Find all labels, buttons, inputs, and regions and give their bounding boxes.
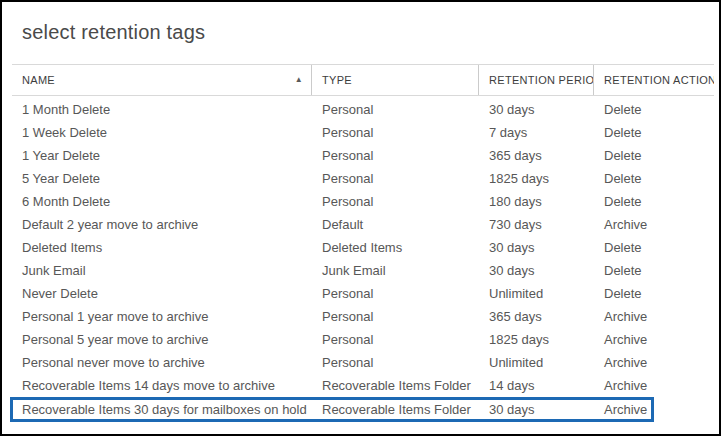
cell-type: Deleted Items [312, 240, 479, 255]
cell-retention-period: 1825 days [479, 332, 594, 347]
cell-name: Recoverable Items 30 days for mailboxes … [13, 402, 313, 417]
table-row[interactable]: 1 Week Delete Personal 7 days Delete [12, 121, 714, 144]
cell-retention-period: 30 days [479, 240, 594, 255]
cell-retention-action: Delete [594, 286, 714, 301]
table-row[interactable]: Deleted Items Deleted Items 30 days Dele… [12, 236, 714, 259]
table-row[interactable]: Never Delete Personal Unlimited Delete [12, 282, 714, 305]
cell-retention-action: Archive [594, 332, 714, 347]
cell-retention-action: Delete [594, 194, 714, 209]
cell-type: Junk Email [312, 263, 479, 278]
cell-type: Personal [312, 332, 479, 347]
cell-name: Personal 5 year move to archive [12, 332, 312, 347]
column-header-retention-action-label: RETENTION ACTION [604, 74, 714, 86]
cell-retention-period: 30 days [479, 263, 594, 278]
column-header-retention-period-label: RETENTION PERIOD [489, 74, 594, 86]
cell-retention-period: 1825 days [479, 171, 594, 186]
cell-type: Personal [312, 355, 479, 370]
table-row[interactable]: 1 Year Delete Personal 365 days Delete [12, 144, 714, 167]
cell-retention-action: Archive [594, 378, 714, 393]
cell-retention-action: Archive [594, 355, 714, 370]
cell-retention-action: Delete [594, 148, 714, 163]
cell-retention-action: Archive [594, 309, 714, 324]
cell-name: Deleted Items [12, 240, 312, 255]
table-header: NAME ▲ TYPE RETENTION PERIOD RETENTION A… [12, 64, 714, 96]
table-row[interactable]: Personal 1 year move to archive Personal… [12, 305, 714, 328]
table-row[interactable]: Recoverable Items 14 days move to archiv… [12, 374, 714, 397]
table-body: 1 Month Delete Personal 30 days Delete 1… [12, 96, 714, 422]
cell-retention-action: Delete [594, 102, 714, 117]
column-header-type[interactable]: TYPE [312, 65, 479, 95]
cell-retention-period: 730 days [479, 217, 594, 232]
cell-name: 1 Year Delete [12, 148, 312, 163]
cell-type: Recoverable Items Folder [312, 378, 479, 393]
cell-retention-action: Delete [594, 171, 714, 186]
cell-name: Default 2 year move to archive [12, 217, 312, 232]
cell-retention-period: 7 days [479, 125, 594, 140]
cell-name: Never Delete [12, 286, 312, 301]
cell-retention-period: 365 days [479, 148, 594, 163]
cell-type: Default [312, 217, 479, 232]
table-row[interactable]: 5 Year Delete Personal 1825 days Delete [12, 167, 714, 190]
table-row[interactable]: 1 Month Delete Personal 30 days Delete [12, 98, 714, 121]
cell-retention-period: 365 days [479, 309, 594, 324]
cell-retention-action: Archive [594, 217, 714, 232]
cell-name: Recoverable Items 14 days move to archiv… [12, 378, 312, 393]
cell-retention-action: Delete [594, 240, 714, 255]
cell-retention-period: 30 days [480, 402, 595, 417]
column-header-name[interactable]: NAME ▲ [12, 65, 312, 95]
column-header-retention-action[interactable]: RETENTION ACTION [594, 65, 714, 95]
cell-name: Personal 1 year move to archive [12, 309, 312, 324]
cell-type: Personal [312, 125, 479, 140]
cell-type: Personal [312, 194, 479, 209]
cell-retention-period: Unlimited [479, 286, 594, 301]
sort-ascending-icon: ▲ [295, 76, 303, 84]
cell-retention-period: 14 days [479, 378, 594, 393]
cell-type: Personal [312, 309, 479, 324]
table-row[interactable]: Default 2 year move to archive Default 7… [12, 213, 714, 236]
retention-tags-table: NAME ▲ TYPE RETENTION PERIOD RETENTION A… [12, 64, 714, 422]
table-row[interactable]: Personal never move to archive Personal … [12, 351, 714, 374]
cell-retention-action: Delete [594, 263, 714, 278]
table-row[interactable]: 6 Month Delete Personal 180 days Delete [12, 190, 714, 213]
cell-type: Personal [312, 286, 479, 301]
dialog-title: select retention tags [2, 2, 719, 46]
table-row[interactable]: Junk Email Junk Email 30 days Delete [12, 259, 714, 282]
cell-name: Personal never move to archive [12, 355, 312, 370]
column-header-retention-period[interactable]: RETENTION PERIOD [479, 65, 594, 95]
table-row[interactable]: Recoverable Items 30 days for mailboxes … [10, 397, 654, 422]
column-header-name-label: NAME [22, 74, 55, 86]
cell-retention-period: Unlimited [479, 355, 594, 370]
cell-type: Personal [312, 171, 479, 186]
select-retention-tags-dialog: select retention tags NAME ▲ TYPE RETENT… [0, 0, 721, 436]
column-header-type-label: TYPE [322, 74, 352, 86]
cell-name: 1 Month Delete [12, 102, 312, 117]
table-row[interactable]: Personal 5 year move to archive Personal… [12, 328, 714, 351]
cell-type: Personal [312, 148, 479, 163]
cell-name: 1 Week Delete [12, 125, 312, 140]
cell-retention-action: Delete [594, 125, 714, 140]
cell-type: Personal [312, 102, 479, 117]
cell-name: Junk Email [12, 263, 312, 278]
cell-retention-period: 180 days [479, 194, 594, 209]
cell-type: Recoverable Items Folder [313, 402, 480, 417]
cell-retention-action: Archive [595, 402, 651, 417]
cell-retention-period: 30 days [479, 102, 594, 117]
cell-name: 5 Year Delete [12, 171, 312, 186]
cell-name: 6 Month Delete [12, 194, 312, 209]
